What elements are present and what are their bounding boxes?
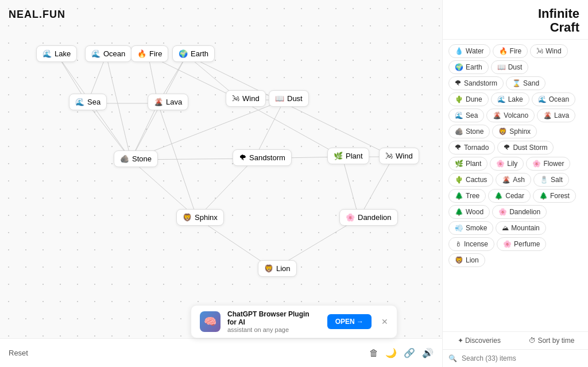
node-label-sea: Sea (87, 98, 100, 106)
item-label: Volcano (504, 111, 528, 119)
item-label: Dandelion (509, 208, 540, 216)
item-forest[interactable]: 🌲Forest (533, 189, 576, 203)
item-perfume[interactable]: 🌸Perfume (497, 237, 546, 251)
item-fire[interactable]: 🔥Fire (493, 44, 528, 58)
item-label: Mountain (511, 224, 539, 232)
item-label: Wind (546, 47, 561, 55)
node-label-lake: Lake (55, 49, 71, 58)
item-label: Dune (466, 95, 482, 103)
right-panel: Infinite Craft 💧Water🔥Fire🌬Wind🌍Earth📖Du… (442, 0, 588, 367)
item-dandelion[interactable]: 🌸Dandelion (492, 205, 547, 219)
node-emoji-fire: 🔥 (137, 49, 146, 58)
item-flower[interactable]: 🌸Flower (526, 157, 570, 171)
item-sand[interactable]: ⌛Sand (506, 76, 546, 90)
item-lily[interactable]: 🌸Lily (490, 157, 524, 171)
node-sandstorm[interactable]: 🌪Sandstorm (233, 149, 292, 166)
item-dune[interactable]: 🌵Dune (448, 92, 489, 106)
item-sandstorm[interactable]: 🌪Sandstorm (448, 76, 504, 90)
delete-icon[interactable]: 🗑 (369, 348, 378, 358)
reset-button[interactable]: Reset (9, 349, 28, 357)
item-cactus[interactable]: 🌵Cactus (448, 173, 493, 187)
item-label: Flower (543, 160, 564, 168)
item-emoji: 🦁 (455, 256, 463, 264)
item-emoji: 🌊 (497, 95, 506, 103)
node-label-wind2: Wind (396, 152, 413, 160)
node-stone[interactable]: 🪨Stone (114, 150, 158, 167)
discoveries-tab[interactable]: ✦ Discoveries (443, 332, 516, 349)
node-wind[interactable]: 🌬Wind (226, 90, 266, 107)
item-stone[interactable]: 🪨Stone (448, 125, 490, 138)
item-wind[interactable]: 🌬Wind (530, 44, 567, 58)
node-label-lion: Lion (276, 264, 291, 273)
node-ocean[interactable]: 🌊Ocean (85, 45, 131, 62)
item-label: Cactus (466, 176, 487, 184)
node-dust[interactable]: 📖Dust (269, 90, 309, 107)
item-emoji: 🌊 (538, 95, 547, 103)
node-emoji-earth: 🌍 (179, 49, 188, 58)
item-earth[interactable]: 🌍Earth (448, 60, 489, 74)
sort-tab[interactable]: ⏱ Sort by time (516, 332, 589, 349)
item-emoji: ⛰ (502, 224, 509, 232)
item-label: Sand (523, 79, 539, 87)
item-plant[interactable]: 🌿Plant (448, 157, 488, 171)
share-icon[interactable]: 🔗 (404, 347, 415, 358)
item-label: Tornado (464, 144, 489, 152)
node-wind2[interactable]: 🌬Wind (379, 148, 419, 164)
moon-icon[interactable]: 🌙 (385, 347, 397, 358)
ad-open-button[interactable]: OPEN → (327, 314, 372, 329)
item-wood[interactable]: 🌲Wood (448, 205, 490, 219)
item-volcano[interactable]: 🌋Volcano (486, 109, 535, 122)
item-label: Lava (554, 111, 569, 119)
bottom-icons: 🗑 🌙 🔗 🔊 (369, 347, 434, 358)
item-smoke[interactable]: 💨Smoke (448, 221, 493, 235)
item-ocean[interactable]: 🌊Ocean (532, 92, 575, 106)
item-emoji: 🌪 (455, 144, 462, 152)
item-tornado[interactable]: 🌪Tornado (448, 141, 495, 154)
item-emoji: 🌲 (455, 192, 463, 200)
item-label: Earth (466, 63, 482, 71)
item-emoji: 🌪 (455, 79, 462, 87)
node-emoji-lake: 🌊 (42, 49, 52, 58)
node-earth[interactable]: 🌍Earth (172, 45, 215, 62)
node-dandelion[interactable]: 🌸Dandelion (339, 209, 398, 226)
node-lava[interactable]: 🌋Lava (148, 94, 188, 110)
node-label-fire: Fire (149, 49, 162, 58)
ad-close-button[interactable]: ✕ (381, 317, 388, 326)
item-lava[interactable]: 🌋Lava (537, 109, 575, 122)
search-icon: 🔍 (448, 354, 457, 362)
search-input[interactable] (462, 354, 582, 362)
item-cedar[interactable]: 🌲Cedar (488, 189, 531, 203)
item-label: Water (466, 47, 484, 55)
item-sea[interactable]: 🌊Sea (448, 109, 484, 122)
item-water[interactable]: 💧Water (448, 44, 490, 58)
item-mountain[interactable]: ⛰Mountain (496, 221, 546, 235)
item-dust-storm[interactable]: 🌪Dust Storm (497, 141, 554, 154)
item-lake[interactable]: 🌊Lake (491, 92, 529, 106)
node-lion[interactable]: 🦁Lion (258, 260, 297, 277)
node-fire[interactable]: 🔥Fire (131, 45, 168, 62)
item-emoji: 🌲 (539, 192, 548, 200)
node-sphinx[interactable]: 🦁Sphinx (176, 209, 224, 226)
node-lake[interactable]: 🌊Lake (36, 45, 77, 62)
node-emoji-sphinx: 🦁 (183, 213, 192, 222)
panel-search: 🔍 (443, 350, 588, 367)
item-tree[interactable]: 🌲Tree (448, 189, 486, 203)
node-sea[interactable]: 🌊Sea (69, 94, 107, 110)
item-incense[interactable]: 🕯Incense (448, 237, 494, 251)
node-label-plant: Plant (346, 152, 363, 160)
item-salt[interactable]: 🧂Salt (533, 173, 569, 187)
node-plant[interactable]: 🌿Plant (327, 148, 369, 164)
item-emoji: 🕯 (455, 240, 462, 248)
node-label-sandstorm: Sandstorm (249, 153, 285, 162)
item-lion[interactable]: 🦁Lion (448, 253, 485, 267)
panel-tabs: ✦ Discoveries ⏱ Sort by time (443, 332, 588, 350)
item-emoji: 💨 (455, 224, 463, 232)
item-emoji: 🌸 (503, 240, 512, 248)
item-label: Tree (466, 192, 479, 200)
volume-icon[interactable]: 🔊 (422, 347, 434, 358)
item-dust[interactable]: 📖Dust (491, 60, 529, 74)
item-ash[interactable]: 🌋Ash (496, 173, 531, 187)
item-label: Smoke (466, 224, 487, 232)
node-emoji-dust: 📖 (275, 94, 284, 103)
item-sphinx[interactable]: 🦁Sphinx (492, 125, 537, 138)
